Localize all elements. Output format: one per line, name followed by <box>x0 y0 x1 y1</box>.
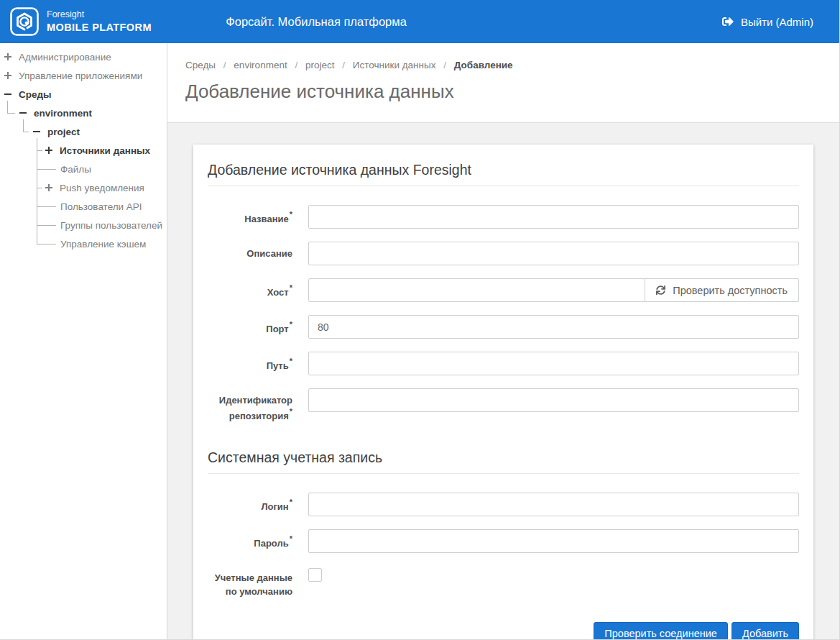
description-label: Описание <box>208 242 308 265</box>
required-mark: * <box>290 283 292 292</box>
host-label: Хост* <box>208 278 308 302</box>
main-content: Среды / environment / project / Источник… <box>167 43 839 640</box>
form-row-login: Логин* <box>208 493 799 516</box>
sidebar-item-label: Управление кэшем <box>60 239 146 250</box>
breadcrumb-item[interactable]: Источники данных <box>353 60 436 70</box>
sidebar-item-label: Администрирование <box>19 52 111 63</box>
form-row-path: Путь* <box>208 352 799 375</box>
sidebar-item-label: Среды <box>19 89 52 100</box>
password-label: Пароль* <box>208 529 308 553</box>
host-input[interactable] <box>308 278 645 302</box>
form-row-host: Хост* Проверить доступность <box>208 278 799 302</box>
logout-label: Выйти (Admin) <box>741 16 813 28</box>
sidebar-item-environment[interactable]: environment <box>0 104 167 122</box>
required-mark: * <box>290 407 292 416</box>
required-mark: * <box>290 534 292 543</box>
data-source-form-card: Добавление источника данных Foresight На… <box>193 145 813 640</box>
collapse-minus-icon[interactable] <box>18 108 28 118</box>
refresh-icon <box>656 285 665 295</box>
default-credentials-checkbox[interactable] <box>308 568 322 582</box>
sidebar-item-label: Пользователи API <box>60 201 142 212</box>
host-input-group: Проверить доступность <box>308 278 799 302</box>
check-availability-button[interactable]: Проверить доступность <box>645 278 799 302</box>
form-section-title: Добавление источника данных Foresight <box>208 157 799 186</box>
required-mark: * <box>290 357 292 365</box>
default-credentials-label: Учетные данные по умолчанию <box>208 566 308 599</box>
path-label: Путь* <box>208 352 308 375</box>
form-row-description: Описание <box>208 242 799 265</box>
page-body: Добавление источника данных Foresight На… <box>167 122 839 640</box>
expand-plus-icon[interactable] <box>3 52 13 62</box>
navigation-tree: Администрирование Управление приложениям… <box>0 43 167 253</box>
page-head: Среды / environment / project / Источник… <box>167 43 839 122</box>
brand-platform-name: MOBILE PLATFORM <box>47 21 152 34</box>
add-button[interactable]: Добавить <box>731 622 799 640</box>
port-label: Порт* <box>208 315 308 339</box>
sidebar-item-label: Файлы <box>60 164 91 175</box>
breadcrumb-separator: / <box>295 60 297 70</box>
collapse-minus-icon[interactable] <box>3 89 13 99</box>
sign-out-icon <box>722 16 734 27</box>
form-row-default-credentials: Учетные данные по умолчанию <box>208 566 799 599</box>
required-mark: * <box>290 498 292 506</box>
path-input[interactable] <box>308 352 799 375</box>
sidebar-item-push-notifications[interactable]: Push уведомления <box>0 178 167 197</box>
port-input[interactable] <box>308 315 799 339</box>
breadcrumb-item[interactable]: project <box>305 60 335 70</box>
name-label: Название* <box>208 205 308 229</box>
breadcrumb-separator: / <box>443 60 446 70</box>
login-input[interactable] <box>308 493 799 516</box>
page-title: Добавление источника данных <box>185 81 839 103</box>
sidebar-item-administration[interactable]: Администрирование <box>0 47 167 66</box>
logout-button[interactable]: Выйти (Admin) <box>722 16 813 28</box>
sidebar-item-label: Источники данных <box>60 145 150 156</box>
form-actions: Проверить соединение Добавить <box>208 622 799 640</box>
sidebar-item-label: project <box>47 127 80 137</box>
sidebar-item-files[interactable]: Файлы <box>0 160 167 178</box>
sidebar-item-project[interactable]: project <box>0 122 167 141</box>
brand-text: Foresight MOBILE PLATFORM <box>47 9 152 34</box>
form-row-name: Название* <box>208 205 799 229</box>
top-bar: Foresight MOBILE PLATFORM Форсайт. Мобил… <box>0 0 839 43</box>
app-title: Форсайт. Мобильная платформа <box>226 15 407 29</box>
sidebar-item-data-sources[interactable]: Источники данных <box>0 141 167 160</box>
sidebar-item-label: environment <box>34 108 92 119</box>
sidebar-item-label: Push уведомления <box>60 183 144 193</box>
repository-id-label: Идентификатор репозитория* <box>208 388 308 424</box>
breadcrumb-separator: / <box>342 60 345 70</box>
breadcrumb-item[interactable]: Среды <box>185 60 216 70</box>
application-window: Foresight MOBILE PLATFORM Форсайт. Мобил… <box>0 0 840 640</box>
breadcrumb-current: Добавление <box>454 60 513 70</box>
test-connection-button[interactable]: Проверить соединение <box>594 622 728 640</box>
sidebar: Администрирование Управление приложениям… <box>0 43 167 640</box>
form-row-repository-id: Идентификатор репозитория* <box>208 388 799 424</box>
login-label: Логин* <box>208 493 308 516</box>
collapse-minus-icon[interactable] <box>32 127 42 137</box>
breadcrumb: Среды / environment / project / Источник… <box>185 60 839 70</box>
breadcrumb-separator: / <box>223 60 226 70</box>
expand-plus-icon[interactable] <box>44 145 54 155</box>
form-section-title-account: Системная учетная запись <box>208 445 799 474</box>
form-row-port: Порт* <box>208 315 799 339</box>
sidebar-item-app-management[interactable]: Управление приложениями <box>0 66 167 85</box>
password-input[interactable] <box>308 529 799 553</box>
required-mark: * <box>290 320 292 329</box>
sidebar-item-environments[interactable]: Среды <box>0 85 167 104</box>
expand-plus-icon[interactable] <box>44 183 54 193</box>
foresight-logo-icon <box>10 7 39 36</box>
brand-product-name: Foresight <box>47 9 152 21</box>
description-input[interactable] <box>308 242 799 265</box>
expand-plus-icon[interactable] <box>3 70 13 81</box>
brand[interactable]: Foresight MOBILE PLATFORM <box>10 7 152 36</box>
sidebar-item-user-groups[interactable]: Группы пользователей <box>0 216 167 234</box>
check-availability-label: Проверить доступность <box>673 285 788 296</box>
required-mark: * <box>290 210 292 219</box>
sidebar-item-label: Группы пользователей <box>60 220 162 231</box>
form-row-password: Пароль* <box>208 529 799 553</box>
repository-id-input[interactable] <box>308 388 799 412</box>
sidebar-item-label: Управление приложениями <box>19 70 142 81</box>
sidebar-item-cache-management[interactable]: Управление кэшем <box>0 234 167 253</box>
sidebar-item-api-users[interactable]: Пользователи API <box>0 197 167 216</box>
name-input[interactable] <box>308 205 799 229</box>
breadcrumb-item[interactable]: environment <box>234 60 287 70</box>
